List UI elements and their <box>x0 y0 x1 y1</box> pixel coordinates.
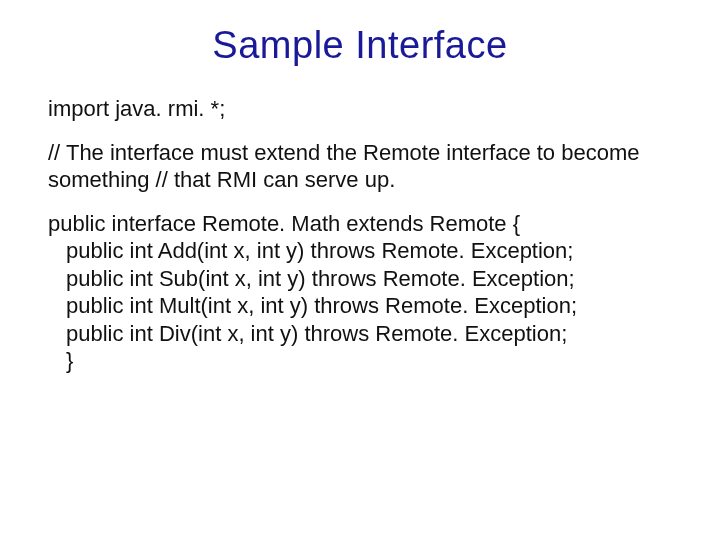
method-div: public int Div(int x, int y) throws Remo… <box>48 320 672 348</box>
slide-title: Sample Interface <box>48 24 672 67</box>
comment-text: // The interface must extend the Remote … <box>48 140 639 193</box>
method-sub: public int Sub(int x, int y) throws Remo… <box>48 265 672 293</box>
closing-brace: } <box>48 347 672 375</box>
method-add: public int Add(int x, int y) throws Remo… <box>48 237 672 265</box>
method-mult: public int Mult(int x, int y) throws Rem… <box>48 292 672 320</box>
code-block: public interface Remote. Math extends Re… <box>48 210 672 375</box>
slide: Sample Interface import java. rmi. *; //… <box>0 0 720 540</box>
interface-declaration: public interface Remote. Math extends Re… <box>48 210 672 238</box>
comment-line: // The interface must extend the Remote … <box>48 139 672 194</box>
import-statement: import java. rmi. *; <box>48 95 672 123</box>
